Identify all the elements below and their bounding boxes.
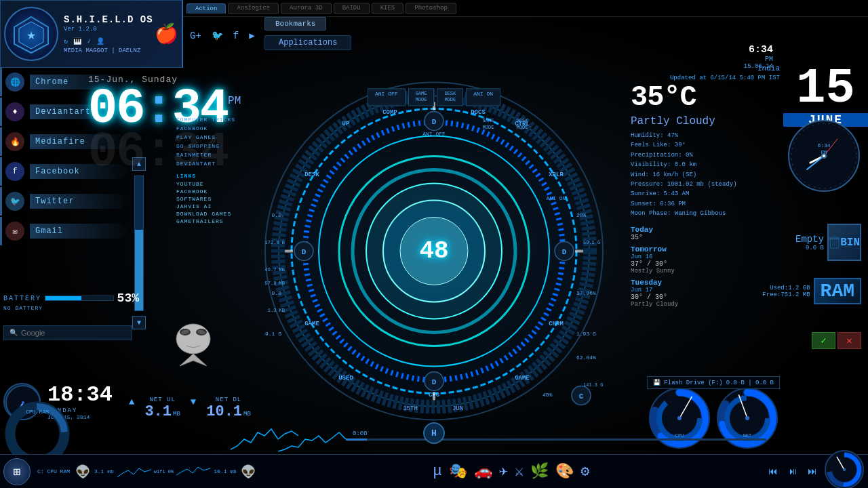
scroll-bar[interactable] [134, 176, 144, 311]
svg-text:0.0: 0.0 [272, 212, 282, 218]
net-ul-value: 3.1 [144, 403, 172, 420]
taskbar-mu-icon[interactable]: μ [433, 463, 441, 480]
twitter-bar-icon[interactable]: 🐦 [212, 30, 223, 41]
taskbar-lightning-icon[interactable]: 🌿 [530, 462, 549, 481]
applications-button[interactable]: Applications [264, 35, 351, 50]
tr-time: 6:34 [744, 44, 773, 56]
menu-go-shopping[interactable]: GO SHOPPING [176, 142, 235, 150]
apple-logo-icon: 🍎 [155, 22, 178, 45]
weather-precipitation: Precipitation: 0% [631, 150, 780, 160]
weather-visibility: Visibility: 8.0 km [631, 160, 780, 169]
ampm-display: PM [228, 95, 241, 107]
tab-action[interactable]: Action [186, 3, 226, 14]
weather-condition: Partly Cloudy [631, 115, 780, 127]
search-input[interactable] [21, 329, 126, 337]
taskbar-settings-icon[interactable]: ⚙ [580, 462, 589, 481]
google-plus-icon[interactable]: G+ [190, 30, 201, 41]
svg-text:172.0 B: 172.0 B [265, 240, 285, 245]
svg-text:D: D [432, 118, 437, 126]
shield-music-icon: ♪ [87, 37, 91, 45]
facebook-bar-icon[interactable]: f [233, 30, 239, 41]
battery-percentage: 53% [117, 291, 139, 305]
desk-mode-button[interactable]: DESKMODE [437, 88, 463, 106]
svg-point-94 [745, 416, 749, 420]
link-facebook[interactable]: FACEBOOK [176, 188, 235, 195]
sidebar-item-gmail[interactable]: ✉ Gmail [0, 217, 136, 245]
sparkline-net [278, 426, 346, 453]
svg-text:1.93 G: 1.93 G [576, 331, 596, 337]
net-ul-icon: ▲ [129, 396, 134, 407]
link-youtube[interactable]: YOUTUBE [176, 180, 235, 188]
shield-reload-icon: ↻ [64, 37, 68, 45]
youtube-bar-icon[interactable]: ▶ [249, 30, 254, 41]
taskbar-mask-icon[interactable]: 🎭 [449, 462, 467, 481]
taskbar-car-icon[interactable]: 🚗 [474, 462, 492, 481]
link-download-games[interactable]: DOWNLOAD GAMES [176, 210, 235, 218]
link-softwares[interactable]: SOFTWARES [176, 195, 235, 203]
svg-rect-78 [833, 237, 836, 238]
svg-text:CPU RAM: CPU RAM [26, 409, 49, 415]
check-button[interactable]: ✓ [812, 332, 835, 349]
tab-aurora3d[interactable]: Aurora 3D [281, 3, 332, 14]
tr-ampm: PM [744, 56, 773, 63]
menu-rainmeter[interactable]: RAINMETER [176, 150, 235, 159]
bin-icon[interactable]: BIN [827, 224, 861, 261]
tab-auslogics[interactable]: Auslogics [228, 3, 279, 14]
ani-off-button[interactable]: ANI OFF [368, 88, 406, 106]
menu-facebook[interactable]: FACEBOOK [176, 124, 235, 133]
taskbar-net-val: 10.1 mb [214, 468, 237, 474]
menu-deviantart[interactable]: DEVIANTART [176, 159, 235, 168]
media-prev-button[interactable]: ⏮ [765, 465, 781, 479]
center-hud: // inline SVG tick marks will be generat… [258, 75, 610, 427]
forecast-tuesday: Tuesday Jun 17 30° / 30° Partly Cloudy [631, 279, 780, 308]
weather-updated: Updated at 6/15/14 5:40 PM IST [631, 75, 780, 81]
svg-text:GAME: GAME [515, 375, 530, 382]
taskbar-target-icon[interactable]: ⚔ [515, 462, 524, 481]
taskbar-media-controls: μ 🎭 🚗 ✈ ⚔ 🌿 🎨 ⚙ [433, 462, 589, 481]
ani-on-button[interactable]: ANI ON [466, 88, 500, 106]
battery-label: BATTERY [3, 295, 41, 302]
link-jarvis[interactable]: JARVIS AI [176, 203, 235, 210]
bookmarks-button[interactable]: Bookmarks [264, 17, 326, 30]
link-gametrailers[interactable]: GAMETRAILERS [176, 218, 235, 225]
menu-computer-tricks[interactable]: COMPUTER TRICKS [176, 115, 235, 124]
start-button[interactable]: ⊞ [3, 458, 31, 485]
ram-used: Used:1.2 GB [762, 285, 810, 291]
tab-baidu[interactable]: BAIDU [334, 3, 370, 14]
taskbar-plane-icon[interactable]: ✈ [499, 462, 508, 481]
tab-kies[interactable]: KIES [372, 3, 404, 14]
svg-text:62.04%: 62.04% [576, 354, 596, 361]
media-center-button: H [423, 422, 445, 444]
alienware-logo [173, 319, 214, 366]
media-play-button[interactable]: ⏯ [785, 465, 801, 479]
gmail-icon: ✉ [5, 222, 24, 241]
weather-panel: India Updated at 6/15/14 5:40 PM IST 35°… [631, 64, 780, 308]
menu-play-games[interactable]: PLAY GAMES [176, 133, 235, 142]
media-next-button[interactable]: ⏭ [804, 465, 821, 479]
svg-text:NET: NET [743, 433, 752, 439]
net-dl-unit: MB [243, 411, 251, 418]
svg-text:DESK: DESK [304, 171, 319, 178]
tab-photoshop[interactable]: Photoshop [406, 3, 456, 14]
weather-wind: Wind: 16 km/h (SE) [631, 170, 780, 180]
media-progress-bar[interactable] [346, 439, 766, 441]
scroll-down-button[interactable]: ▼ [132, 316, 146, 329]
svg-text:CTRL: CTRL [515, 121, 530, 127]
sidebar-item-twitter[interactable]: 🐦 Twitter [0, 187, 136, 216]
search-input-wrap[interactable]: 🔍 [3, 325, 132, 340]
shield-piano-icon: 🎹 [73, 37, 81, 45]
svg-text:DOCS: DOCS [471, 109, 486, 116]
shield-user: MEDIA MAGGOT | DAELNZ [64, 47, 155, 54]
shield-icons: ↻ 🎹 ♪ 👤 [64, 37, 104, 45]
game-mode-button[interactable]: GAMEMODE [408, 88, 435, 106]
search-icon: 🔍 [9, 329, 18, 337]
svg-text:D: D [562, 248, 567, 256]
svg-text:59.1 G: 59.1 G [264, 331, 281, 337]
net-ul-label: NET UL [144, 396, 180, 403]
taskbar-palette-icon[interactable]: 🎨 [555, 462, 574, 481]
media-h-icon[interactable]: H [423, 422, 445, 444]
shield-os-header: ★ S.H.I.E.L.D OS Ver 1.2.0 ↻ 🎹 ♪ 👤 MEDIA… [0, 0, 183, 68]
x-button[interactable]: ✕ [837, 332, 861, 349]
svg-text:CPU: CPU [675, 433, 684, 439]
svg-text:0.0: 0.0 [272, 290, 282, 296]
